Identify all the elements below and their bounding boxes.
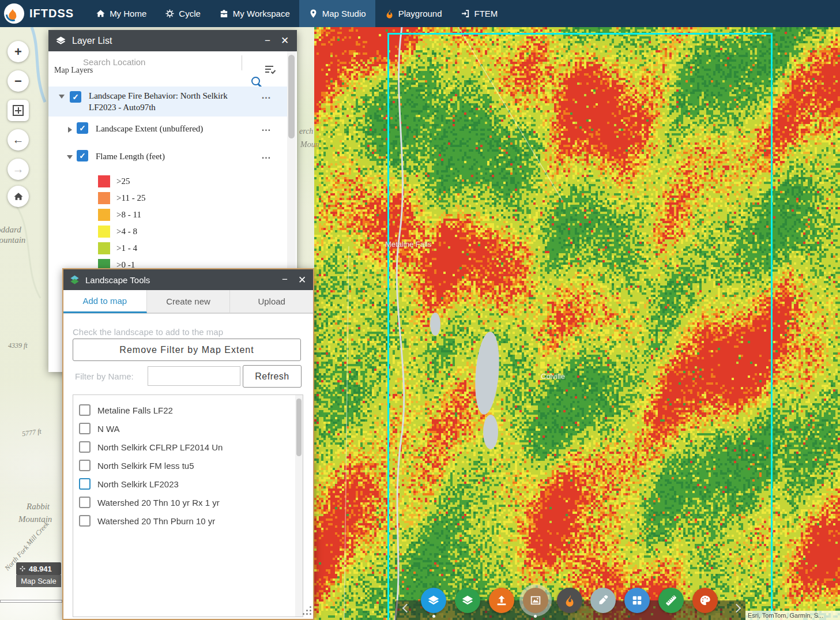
- zoom-extent-button[interactable]: [7, 100, 29, 121]
- dock-scroll-right-icon[interactable]: [733, 604, 741, 613]
- brand-text: IFTDSS: [29, 7, 74, 20]
- layer-list-header[interactable]: Layer List − ✕: [48, 30, 297, 51]
- panel-title: Layer List: [72, 36, 259, 46]
- map-layers-tool-button[interactable]: [455, 588, 480, 613]
- tab-add-to-map[interactable]: Add to map: [63, 290, 147, 313]
- briefcase-icon: [219, 9, 229, 18]
- panel-title: Landscape Tools: [85, 275, 276, 285]
- nav-my-workspace[interactable]: My Workspace: [210, 0, 299, 27]
- layer-checkbox[interactable]: ✓: [77, 150, 88, 161]
- landscape-item[interactable]: North Selkirk CFLRP LF2014 Un: [73, 438, 303, 456]
- place-label: Colville: [541, 372, 565, 381]
- search-icon[interactable]: [251, 77, 260, 85]
- scrollbar-thumb[interactable]: [288, 55, 295, 138]
- tab-upload[interactable]: Upload: [230, 290, 313, 313]
- tab-create-new[interactable]: Create new: [147, 290, 231, 313]
- identify-tool-button[interactable]: [590, 588, 616, 613]
- panel-resize-handle[interactable]: [303, 606, 311, 614]
- draw-tool-button[interactable]: [692, 588, 718, 613]
- landscape-item[interactable]: North Selkirk FM less tu5: [73, 456, 303, 475]
- forward-arrow-icon: →: [13, 163, 24, 176]
- home-extent-button[interactable]: [7, 186, 29, 207]
- layer-menu-button[interactable]: …: [261, 90, 288, 102]
- search-location-input[interactable]: [82, 57, 240, 67]
- scrollbar[interactable]: [295, 395, 303, 617]
- close-button[interactable]: ✕: [276, 35, 293, 47]
- filter-by-name-label: Filter by Name:: [75, 371, 134, 381]
- layer-checkbox[interactable]: ✓: [77, 122, 88, 134]
- ruler-icon: [664, 593, 678, 607]
- dock-scroll-left-icon[interactable]: [401, 604, 409, 613]
- layer-list-tool-button[interactable]: [421, 588, 446, 613]
- layer-row[interactable]: ✓ Landscape Fire Behavior: North Selkirk…: [48, 87, 288, 117]
- upload-tool-button[interactable]: [489, 588, 514, 613]
- previous-extent-button[interactable]: ←: [7, 129, 29, 151]
- checkbox[interactable]: [79, 478, 91, 490]
- nav-my-home[interactable]: My Home: [86, 0, 156, 27]
- landscape-listbox: Metaline Falls LF22 N WA North Selkirk C…: [73, 394, 303, 617]
- upload-icon: [495, 594, 508, 607]
- checkbox[interactable]: [79, 515, 91, 527]
- map-label: oddard: [0, 225, 21, 235]
- legend-item: >1 - 4: [98, 242, 137, 254]
- home-icon: [13, 191, 24, 202]
- minimize-button[interactable]: −: [259, 35, 276, 47]
- nav-playground[interactable]: Playground: [375, 0, 451, 27]
- nav-cycle[interactable]: Cycle: [156, 0, 210, 27]
- scrollbar-thumb[interactable]: [296, 399, 302, 456]
- caret-down-icon[interactable]: [67, 155, 73, 159]
- home-icon: [96, 9, 106, 18]
- minimize-button[interactable]: −: [276, 274, 293, 285]
- exit-icon: [461, 9, 470, 18]
- next-extent-button[interactable]: →: [7, 159, 29, 180]
- caret-down-icon[interactable]: [59, 95, 65, 99]
- caret-right-icon[interactable]: [68, 127, 72, 133]
- legend-swatch: [98, 209, 110, 221]
- eyedropper-icon: [597, 594, 609, 607]
- close-button[interactable]: ✕: [293, 274, 311, 286]
- filter-layers-icon[interactable]: [264, 63, 277, 76]
- minus-icon: −: [14, 74, 22, 89]
- remove-filter-button[interactable]: Remove Filter by Map Extent: [73, 339, 301, 361]
- nav-map-studio[interactable]: Map Studio: [299, 0, 375, 27]
- zoom-in-button[interactable]: +: [7, 41, 29, 62]
- map-layers-label: Map Layers: [54, 66, 93, 75]
- landscape-tools-header[interactable]: Landscape Tools − ✕: [63, 269, 313, 290]
- fire-behavior-tool-button[interactable]: [557, 588, 582, 613]
- layer-row[interactable]: ✓ Flame Length (feet) …: [48, 150, 288, 170]
- checkbox[interactable]: [79, 497, 91, 508]
- legend-swatch: [98, 192, 110, 204]
- apps-tool-button[interactable]: [624, 588, 650, 613]
- zoom-out-button[interactable]: −: [7, 70, 29, 92]
- measure-tool-button[interactable]: [658, 588, 684, 613]
- landscape-item[interactable]: Watershed 20 Thn Pburn 10 yr: [73, 512, 303, 530]
- filter-name-input[interactable]: [148, 366, 240, 386]
- landscape-item[interactable]: Metaline Falls LF22: [73, 401, 303, 419]
- checkbox[interactable]: [79, 404, 91, 416]
- layer-label: Landscape Extent (unbuffered): [96, 123, 203, 135]
- landscape-item[interactable]: N WA: [73, 419, 303, 438]
- layer-menu-button[interactable]: …: [261, 122, 288, 134]
- checkbox[interactable]: [79, 460, 91, 471]
- landscape-icon: [529, 594, 542, 607]
- landscape-item[interactable]: North Selkirk LF2023: [73, 475, 303, 493]
- checkbox[interactable]: [79, 441, 91, 453]
- move-icon: [19, 565, 26, 572]
- landscape-hint-text: Check the landscape to add to the map: [73, 327, 223, 337]
- nav-ftem[interactable]: FTEM: [451, 0, 507, 27]
- legend-item: >4 - 8: [98, 226, 137, 238]
- checkbox[interactable]: [79, 423, 91, 434]
- legend-item: >11 - 25: [98, 192, 145, 204]
- layer-checkbox[interactable]: ✓: [70, 91, 81, 103]
- layer-menu-button[interactable]: …: [261, 150, 288, 161]
- map-canvas[interactable]: [314, 27, 840, 620]
- refresh-button[interactable]: Refresh: [243, 365, 302, 388]
- legend-swatch: [98, 226, 110, 238]
- legend-swatch: [98, 242, 110, 254]
- landscape-tools-tool-button[interactable]: [523, 588, 548, 613]
- landscape-item[interactable]: Watershed 20 Thn 10 yr Rx 1 yr: [73, 493, 303, 512]
- map-label: Mountain: [0, 235, 25, 245]
- layer-row[interactable]: ✓ Landscape Extent (unbuffered) …: [48, 122, 288, 142]
- divider: [242, 55, 242, 70]
- legend-item: >25: [98, 175, 130, 187]
